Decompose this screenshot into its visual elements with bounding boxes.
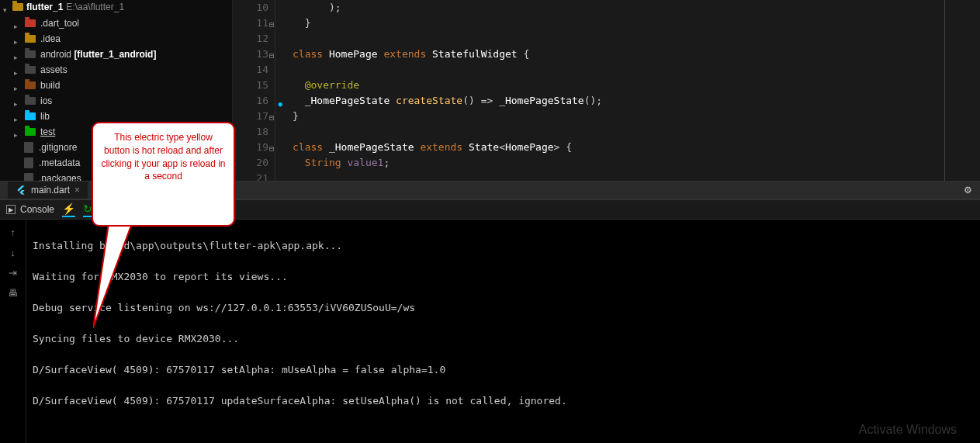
chevron-right-icon — [14, 51, 20, 57]
console-tab[interactable]: ▶ Console — [6, 204, 54, 215]
chevron-down-icon — [3, 4, 9, 10]
project-path: E:\aa\flutter_1 — [66, 2, 124, 12]
folder-icon — [25, 35, 36, 43]
file-icon — [24, 157, 33, 168]
chevron-right-icon — [14, 98, 20, 104]
tree-item-assets[interactable]: assets — [0, 62, 232, 78]
callout-text: This electric type yellow button is hot … — [101, 131, 226, 183]
file-icon — [24, 142, 33, 153]
chevron-right-icon — [14, 113, 20, 119]
console-output[interactable]: Installing build\app\outputs\flutter-apk… — [26, 220, 980, 443]
tree-item-ios[interactable]: ios — [0, 93, 232, 109]
scroll-up-button[interactable]: ↑ — [5, 224, 21, 240]
tree-item-build[interactable]: build — [0, 78, 232, 93]
tree-item-dart-tool[interactable]: .dart_tool — [0, 16, 232, 31]
folder-icon — [25, 128, 36, 136]
chevron-right-icon — [14, 82, 20, 88]
editor-gutter: 1011⊟1213⊟141516●17⊟1819⊟202122232425262… — [233, 0, 275, 181]
file-tab-main[interactable]: main.dart × — [8, 182, 88, 199]
folder-icon — [25, 50, 36, 58]
project-root[interactable]: flutter_1 E:\aa\flutter_1 — [0, 0, 232, 14]
tree-item-idea[interactable]: .idea — [0, 31, 232, 47]
soft-wrap-button[interactable]: ⇥ — [5, 265, 21, 280]
chevron-right-icon — [14, 20, 20, 26]
folder-icon — [25, 97, 36, 105]
print-button[interactable]: 🖶 — [5, 285, 21, 300]
chevron-right-icon — [14, 36, 20, 42]
tree-item-android[interactable]: android [flutter_1_android] — [0, 47, 232, 62]
console-panel: ↑ ↓ ⇥ 🖶 Installing build\app\outputs\flu… — [0, 220, 980, 443]
callout-arrow — [93, 223, 140, 340]
close-icon[interactable]: × — [74, 185, 80, 196]
annotation-callout: This electric type yellow button is hot … — [92, 122, 235, 227]
folder-icon — [25, 19, 36, 27]
folder-icon — [25, 66, 36, 74]
folder-icon — [25, 112, 36, 120]
code-area[interactable]: ); } class HomePage extends StatefulWidg… — [275, 0, 980, 181]
flutter-icon — [16, 185, 26, 196]
folder-icon — [25, 81, 36, 89]
tab-label: main.dart — [31, 185, 70, 196]
code-editor[interactable]: 1011⊟1213⊟141516●17⊟1819⊟202122232425262… — [233, 0, 980, 181]
gear-icon[interactable]: ⚙ — [964, 185, 972, 196]
hot-reload-button[interactable]: ⚡ — [62, 202, 75, 217]
scroll-down-button[interactable]: ↓ — [5, 244, 21, 260]
svg-marker-0 — [93, 223, 132, 328]
file-icon — [24, 173, 33, 181]
console-run-icon: ▶ — [6, 205, 16, 214]
chevron-right-icon — [14, 129, 20, 135]
console-gutter: ↑ ↓ ⇥ 🖶 — [0, 220, 26, 443]
chevron-right-icon — [14, 67, 20, 73]
project-name: flutter_1 — [26, 2, 63, 12]
